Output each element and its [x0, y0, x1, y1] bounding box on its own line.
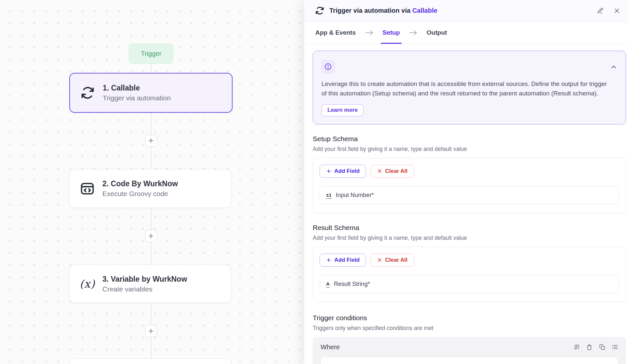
- result-schema-title: Result Schema: [313, 224, 626, 232]
- sync-icon: [315, 6, 324, 15]
- panel-title-app-name: Callable: [412, 7, 437, 14]
- tab-label: Setup: [383, 29, 400, 36]
- setup-schema-subtitle: Add your first field by giving it a name…: [313, 146, 626, 153]
- list-icon[interactable]: [612, 344, 618, 350]
- copy-icon[interactable]: [599, 344, 605, 350]
- tab-output[interactable]: Output: [427, 22, 447, 44]
- sync-icon: [79, 86, 96, 100]
- add-comment-icon[interactable]: [573, 344, 580, 350]
- clear-all-button[interactable]: Clear All: [371, 165, 414, 178]
- x-icon: [377, 169, 382, 174]
- learn-more-button[interactable]: Learn more: [322, 104, 364, 116]
- close-icon[interactable]: [614, 8, 620, 14]
- condition-row[interactable]: [321, 357, 618, 364]
- workflow-node-code[interactable]: 2. Code By WurkNow Execute Groovy code: [69, 169, 231, 208]
- info-banner-text: Leverage this to create automation that …: [322, 79, 617, 98]
- schema-field-label: Input Number*: [336, 192, 374, 199]
- schema-field-label: Result String*: [334, 281, 370, 288]
- plus-icon: [326, 169, 331, 174]
- setup-schema-title: Setup Schema: [313, 135, 626, 143]
- trigger-conditions-title: Trigger conditions: [313, 314, 626, 322]
- add-field-button[interactable]: Add Field: [320, 165, 366, 178]
- code-window-icon: [79, 181, 96, 196]
- variable-icon: (x): [79, 277, 96, 290]
- delete-icon[interactable]: [586, 344, 593, 350]
- arrow-right-icon: [409, 22, 417, 44]
- node-subtitle: Create variables: [102, 285, 187, 293]
- string-type-icon: A: [326, 281, 330, 287]
- node-subtitle: Execute Groovy code: [102, 190, 178, 198]
- result-schema-subtitle: Add your first field by giving it a name…: [313, 235, 626, 241]
- info-banner: Leverage this to create automation that …: [313, 51, 626, 124]
- number-type-icon: ±1: [326, 192, 332, 198]
- schema-field-input-number[interactable]: ±1 Input Number*: [320, 186, 619, 205]
- schema-field-result-string[interactable]: A Result String*: [320, 275, 619, 293]
- add-step-button-1[interactable]: [145, 135, 157, 147]
- add-field-label: Add Field: [334, 257, 359, 263]
- panel-title: Trigger via automation via Callable: [329, 7, 437, 14]
- clear-all-label: Clear All: [385, 257, 407, 263]
- node-subtitle: Trigger via automation: [103, 94, 171, 102]
- edit-icon[interactable]: [597, 7, 604, 14]
- tab-label: Output: [427, 29, 447, 36]
- panel-header: Trigger via automation via Callable: [304, 0, 628, 22]
- clear-all-button[interactable]: Clear All: [371, 254, 414, 267]
- plus-icon: [326, 257, 331, 263]
- panel-title-prefix: Trigger via automation via: [329, 7, 412, 14]
- trigger-badge: Trigger: [129, 43, 173, 64]
- node-title: 1. Callable: [103, 84, 171, 92]
- clear-all-label: Clear All: [385, 168, 407, 174]
- add-field-label: Add Field: [334, 168, 359, 174]
- trigger-badge-label: Trigger: [141, 50, 162, 58]
- node-title: 2. Code By WurkNow: [102, 179, 178, 188]
- tab-setup[interactable]: Setup: [383, 22, 400, 44]
- where-label: Where: [321, 343, 340, 351]
- workflow-canvas[interactable]: Trigger 1. Callable Trigger via automati…: [0, 0, 304, 364]
- panel-tabs: App & Events Setup Output: [304, 22, 628, 44]
- workflow-node-partial[interactable]: [69, 358, 231, 364]
- tab-label: App & Events: [315, 29, 356, 36]
- x-icon: [377, 257, 382, 262]
- arrow-right-icon: [365, 22, 374, 44]
- where-conditions-panel: Where: [313, 337, 626, 364]
- info-icon: [322, 60, 335, 73]
- node-title: 3. Variable by WurkNow: [102, 275, 187, 284]
- add-field-button[interactable]: Add Field: [320, 254, 366, 267]
- workflow-node-callable[interactable]: 1. Callable Trigger via automation: [69, 73, 233, 113]
- workflow-node-variable[interactable]: (x) 3. Variable by WurkNow Create variab…: [69, 265, 231, 303]
- setup-schema-card: Add Field Clear All ±1 Input Number*: [313, 158, 626, 213]
- trigger-conditions-subtitle: Triggers only when specified conditions …: [313, 325, 626, 332]
- panel-body: Leverage this to create automation that …: [304, 44, 628, 364]
- step-config-panel: Trigger via automation via Callable App …: [304, 0, 628, 364]
- add-step-button-3[interactable]: [145, 325, 157, 337]
- add-step-button-2[interactable]: [145, 230, 157, 242]
- result-schema-card: Add Field Clear All A Result String*: [313, 247, 626, 302]
- chevron-up-icon[interactable]: [610, 63, 617, 71]
- tab-app-and-events[interactable]: App & Events: [315, 22, 356, 44]
